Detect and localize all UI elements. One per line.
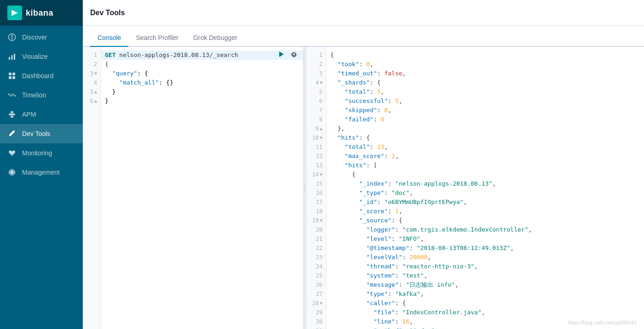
out-line-26: "message": "日志输出 info", — [327, 280, 644, 289]
out-ln-11: 11 — [306, 142, 326, 152]
out-line-4: "_shards": { — [327, 78, 644, 87]
out-ln-15: 15 — [306, 179, 326, 188]
out-ln-23: 23 — [306, 253, 326, 262]
out-ln-31: 31 — [306, 326, 326, 329]
out-ln-8: 8 — [306, 115, 326, 124]
out-ln-1: 1 — [306, 51, 326, 60]
out-line-6: "successful": 5, — [327, 96, 644, 106]
bar-chart-icon — [7, 52, 17, 61]
out-line-21: "level": "INFO", — [327, 234, 644, 244]
out-line-19: "_source": { — [327, 216, 644, 225]
out-line-1: { — [327, 51, 644, 60]
out-line-3: "timed_out": false, — [327, 69, 644, 78]
svg-rect-11 — [9, 113, 15, 115]
settings-button[interactable] — [288, 49, 299, 60]
out-line-22: "@timestamp": "2018-08-13T08:12:49.013Z"… — [327, 244, 644, 253]
output-panel: 1 2 3 4▼ 5 6 7 8 9▲ 10▼ 11 12 13 14▼ 15 … — [306, 47, 644, 329]
out-ln-19: 19▼ — [306, 216, 326, 225]
logo-area[interactable]: kibana — [0, 0, 83, 26]
out-line-9: }, — [327, 124, 644, 133]
code-line-3: "query": { — [101, 69, 303, 78]
out-ln-24: 24 — [306, 262, 326, 271]
out-ln-12: 12 — [306, 152, 326, 161]
watermark: https://blog.csdn.net/yp090416 — [568, 320, 637, 325]
out-line-18: "_score": 1, — [327, 207, 644, 216]
out-line-2: "took": 0, — [327, 60, 644, 69]
sidebar-item-label-discover: Discover — [22, 34, 47, 41]
code-line-2: { — [101, 60, 303, 69]
sidebar-item-monitoring[interactable]: Monitoring — [0, 143, 83, 163]
out-ln-4: 4▼ — [306, 78, 326, 87]
out-line-31: "method": "index", — [327, 326, 644, 329]
tab-search-profiler[interactable]: Search Profiler — [128, 29, 186, 47]
out-line-11: "total": 23, — [327, 142, 644, 152]
out-line-24: "thread": "reactor-http-nio-3", — [327, 262, 644, 271]
line-num-1: 1 — [83, 51, 101, 60]
out-line-16: "_type": "doc", — [327, 188, 644, 198]
svg-rect-8 — [12, 73, 15, 75]
line-num-4: 4 — [83, 78, 101, 87]
out-ln-22: 22 — [306, 244, 326, 253]
out-ln-14: 14▼ — [306, 170, 326, 179]
out-line-25: "system": "test", — [327, 271, 644, 280]
out-ln-21: 21 — [306, 234, 326, 244]
apm-icon — [7, 110, 17, 119]
kibana-wordmark: kibana — [26, 8, 53, 18]
out-ln-27: 27 — [306, 289, 326, 299]
sidebar-item-management[interactable]: Management — [0, 163, 83, 182]
out-line-15: "_index": "nelson-applogs-2018.08.13", — [327, 179, 644, 188]
line-num-2: 2 — [83, 60, 101, 69]
tab-console[interactable]: Console — [90, 29, 128, 47]
sidebar-item-dashboard[interactable]: Dashboard — [0, 66, 83, 85]
out-ln-18: 18 — [306, 207, 326, 216]
out-ln-10: 10▼ — [306, 133, 326, 142]
sidebar-item-label-apm: APM — [22, 111, 36, 118]
sidebar-item-label-dashboard: Dashboard — [22, 72, 54, 79]
output-code: { "took": 0, "timed_out": false, "_shard… — [327, 47, 644, 329]
tabs-bar: Console Search Profiler Grok Debugger — [83, 26, 644, 47]
out-line-23: "levelVal": 20000, — [327, 253, 644, 262]
run-button[interactable] — [276, 49, 287, 60]
editor-lines[interactable]: 1 2 3▼ 4 5▲ 6▲ GET nelson-applogs-2018.0… — [83, 47, 303, 329]
tab-grok-debugger[interactable]: Grok Debugger — [186, 29, 245, 47]
sidebar-item-timelion[interactable]: Timelion — [0, 85, 83, 105]
sidebar-item-label-timelion: Timelion — [22, 91, 46, 99]
out-line-5: "total": 5, — [327, 87, 644, 96]
code-line-5: } — [101, 87, 303, 96]
editor-line-numbers: 1 2 3▼ 4 5▲ 6▲ — [83, 47, 101, 329]
line-num-3: 3▼ — [83, 69, 101, 78]
out-line-29: "file": "IndexController.java", — [327, 308, 644, 317]
sidebar-item-label-visualize: Visualize — [22, 53, 48, 60]
out-ln-9: 9▲ — [306, 124, 326, 133]
out-ln-17: 17 — [306, 198, 326, 207]
wrench-icon — [7, 129, 17, 138]
output-line-numbers: 1 2 3 4▼ 5 6 7 8 9▲ 10▼ 11 12 13 14▼ 15 … — [306, 47, 327, 329]
header: Dev Tools — [83, 0, 644, 26]
sidebar-item-visualize[interactable]: Visualize — [0, 47, 83, 66]
out-ln-16: 16 — [306, 188, 326, 198]
svg-rect-4 — [9, 57, 10, 60]
code-line-6: } — [101, 96, 303, 106]
svg-rect-5 — [12, 55, 13, 60]
sidebar: kibana Discover Visualize Dashboard — [0, 0, 83, 329]
svg-point-1 — [12, 37, 13, 38]
gear-icon — [7, 168, 17, 177]
sidebar-item-label-management: Management — [22, 169, 60, 176]
svg-rect-7 — [9, 73, 12, 75]
sidebar-item-apm[interactable]: APM — [0, 105, 83, 124]
svg-rect-10 — [12, 76, 15, 79]
sidebar-item-devtools[interactable]: Dev Tools — [0, 124, 83, 143]
svg-marker-3 — [11, 38, 13, 40]
out-line-12: "max_score": 1, — [327, 152, 644, 161]
editor-panel[interactable]: 1 2 3▼ 4 5▲ 6▲ GET nelson-applogs-2018.0… — [83, 47, 304, 329]
editor-container: 1 2 3▼ 4 5▲ 6▲ GET nelson-applogs-2018.0… — [83, 47, 644, 329]
main-content: Dev Tools Console Search Profiler Grok D… — [83, 0, 644, 329]
out-line-10: "hits": { — [327, 133, 644, 142]
svg-point-14 — [9, 135, 11, 136]
sidebar-item-discover[interactable]: Discover — [0, 28, 83, 47]
out-line-20: "logger": "com.trgis.elkdemo.IndexContro… — [327, 225, 644, 234]
kibana-logo-icon — [7, 6, 22, 20]
svg-rect-13 — [11, 116, 13, 118]
code-content[interactable]: GET nelson-applogs-2018.08.13/_search { … — [101, 47, 303, 329]
out-ln-30: 30 — [306, 317, 326, 326]
